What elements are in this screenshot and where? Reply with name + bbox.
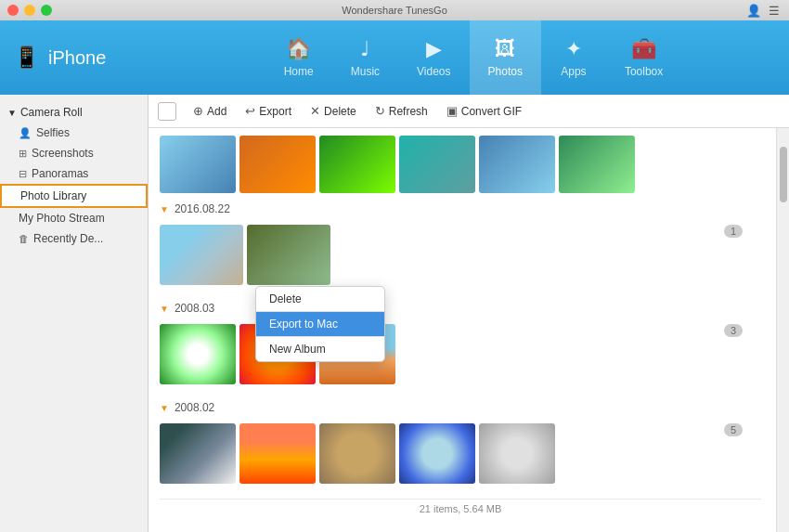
sidebar-item-screenshots[interactable]: ⊞ Screenshots bbox=[0, 143, 148, 163]
tab-apps-label: Apps bbox=[561, 65, 586, 78]
photo-thumb[interactable] bbox=[160, 136, 236, 193]
device-section: 📱 iPhone bbox=[0, 20, 158, 95]
delete-label: Delete bbox=[324, 105, 356, 118]
user-icon[interactable]: 👤 bbox=[746, 4, 761, 18]
refresh-icon: ↻ bbox=[375, 104, 385, 118]
close-button[interactable] bbox=[7, 5, 19, 16]
photos-icon: 🖼 bbox=[495, 37, 515, 61]
date-header: ▼ 2008.02 bbox=[160, 399, 761, 416]
menu-icon[interactable]: ☰ bbox=[769, 4, 780, 18]
tab-photos[interactable]: 🖼 Photos bbox=[470, 20, 541, 95]
convert-gif-label: Convert GIF bbox=[461, 105, 522, 118]
sidebar-selfies-label: Selfies bbox=[36, 126, 70, 139]
traffic-lights bbox=[7, 5, 52, 16]
context-delete-label: Delete bbox=[269, 292, 302, 305]
photo-thumb[interactable] bbox=[247, 225, 330, 285]
context-menu: Delete Export to Mac New Album bbox=[255, 286, 385, 362]
tab-photos-label: Photos bbox=[488, 65, 523, 78]
convert-gif-button[interactable]: ▣ Convert GIF bbox=[439, 100, 529, 122]
photo-thumb[interactable] bbox=[479, 136, 555, 193]
selfies-icon: 👤 bbox=[19, 127, 32, 139]
tab-music-label: Music bbox=[351, 65, 380, 78]
date-label: 2008.03 bbox=[175, 302, 214, 315]
export-button[interactable]: ↩ Export bbox=[238, 100, 299, 122]
add-label: Add bbox=[207, 105, 226, 118]
sidebar-item-selfies[interactable]: 👤 Selfies bbox=[0, 123, 148, 143]
sidebar-camera-roll-header[interactable]: ▼ Camera Roll bbox=[0, 102, 148, 123]
toolbar: ⊕ Add ↩ Export ✕ Delete ↻ Refresh ▣ Conv… bbox=[149, 95, 789, 128]
tab-videos[interactable]: ▶ Videos bbox=[398, 20, 469, 95]
status-text: 21 items, 5.64 MB bbox=[420, 503, 502, 514]
photo-thumb[interactable] bbox=[319, 423, 395, 484]
sidebar: ▼ Camera Roll 👤 Selfies ⊞ Screenshots ⊟ … bbox=[0, 95, 149, 532]
sidebar-item-recently-deleted[interactable]: 🗑 Recently De... bbox=[0, 228, 148, 249]
delete-icon: ✕ bbox=[310, 104, 320, 118]
context-export-label: Export to Mac bbox=[269, 318, 338, 331]
delete-button[interactable]: ✕ Delete bbox=[303, 100, 364, 122]
scrollbar-track[interactable] bbox=[776, 128, 789, 532]
videos-icon: ▶ bbox=[426, 37, 442, 61]
photo-content: ▼ 2016.08.22 1 ▼ 2008.03 3 bbox=[149, 128, 776, 532]
tab-home-label: Home bbox=[284, 65, 314, 78]
photo-thumb[interactable] bbox=[319, 136, 395, 193]
sidebar-item-panoramas[interactable]: ⊟ Panoramas bbox=[0, 163, 148, 184]
trash-icon: 🗑 bbox=[19, 233, 29, 244]
add-icon: ⊕ bbox=[193, 104, 203, 118]
sidebar-panoramas-label: Panoramas bbox=[32, 167, 88, 180]
context-menu-delete[interactable]: Delete bbox=[256, 287, 384, 311]
screenshots-icon: ⊞ bbox=[19, 148, 27, 160]
sidebar-my-photo-stream-label: My Photo Stream bbox=[19, 212, 105, 225]
device-name: iPhone bbox=[48, 47, 106, 69]
photo-thumb[interactable] bbox=[399, 136, 475, 193]
home-icon: 🏠 bbox=[286, 37, 311, 61]
music-icon: ♩ bbox=[360, 37, 369, 61]
context-menu-new-album[interactable]: New Album bbox=[256, 337, 384, 361]
scrollbar-thumb[interactable] bbox=[780, 147, 787, 202]
titlebar-icons: 👤 ☰ bbox=[746, 4, 780, 18]
context-new-album-label: New Album bbox=[269, 343, 326, 356]
chevron-down-icon: ▼ bbox=[160, 204, 169, 214]
photo-thumb[interactable] bbox=[479, 423, 555, 484]
status-bar: 21 items, 5.64 MB bbox=[160, 499, 761, 518]
photo-thumb[interactable] bbox=[160, 423, 236, 484]
panoramas-icon: ⊟ bbox=[19, 168, 27, 180]
tab-home[interactable]: 🏠 Home bbox=[265, 20, 332, 95]
app-title: Wondershare TunesGo bbox=[342, 5, 447, 16]
iphone-icon: 📱 bbox=[14, 45, 39, 70]
date-count: 5 bbox=[724, 423, 743, 436]
tab-toolbox[interactable]: 🧰 Toolbox bbox=[606, 20, 681, 95]
date-group-2008-03: ▼ 2008.03 3 bbox=[160, 300, 761, 384]
photo-grid bbox=[160, 225, 761, 285]
photo-thumb[interactable] bbox=[160, 225, 243, 285]
photo-grid bbox=[160, 324, 761, 384]
add-button[interactable]: ⊕ Add bbox=[186, 100, 234, 122]
nav-tabs: 🏠 Home ♩ Music ▶ Videos 🖼 Photos ✦ Apps … bbox=[158, 20, 789, 95]
photo-thumb[interactable] bbox=[160, 324, 236, 384]
photo-thumb[interactable] bbox=[239, 136, 316, 193]
sidebar-screenshots-label: Screenshots bbox=[32, 147, 94, 160]
apps-icon: ✦ bbox=[565, 37, 582, 61]
minimize-button[interactable] bbox=[24, 5, 35, 16]
refresh-label: Refresh bbox=[389, 105, 428, 118]
photo-thumb[interactable] bbox=[399, 423, 475, 484]
tab-apps[interactable]: ✦ Apps bbox=[541, 20, 606, 95]
gif-icon: ▣ bbox=[446, 104, 458, 118]
date-label: 2008.02 bbox=[175, 401, 214, 414]
tab-toolbox-label: Toolbox bbox=[625, 65, 663, 78]
sidebar-photo-library-label: Photo Library bbox=[20, 189, 86, 202]
date-count: 1 bbox=[724, 225, 743, 238]
select-all-checkbox[interactable] bbox=[158, 102, 176, 121]
context-menu-export-to-mac[interactable]: Export to Mac bbox=[256, 312, 384, 336]
photo-thumb[interactable] bbox=[559, 136, 635, 193]
sidebar-recently-deleted-label: Recently De... bbox=[33, 232, 103, 245]
maximize-button[interactable] bbox=[41, 5, 52, 16]
refresh-button[interactable]: ↻ Refresh bbox=[368, 100, 435, 122]
titlebar: Wondershare TunesGo 👤 ☰ bbox=[0, 0, 789, 20]
date-label: 2016.08.22 bbox=[175, 202, 230, 215]
main-area: ▼ Camera Roll 👤 Selfies ⊞ Screenshots ⊟ … bbox=[0, 95, 789, 532]
tab-music[interactable]: ♩ Music bbox=[332, 20, 398, 95]
photo-thumb[interactable] bbox=[239, 423, 316, 484]
sidebar-item-my-photo-stream[interactable]: My Photo Stream bbox=[0, 208, 148, 228]
date-count: 3 bbox=[724, 324, 743, 337]
sidebar-item-photo-library[interactable]: Photo Library bbox=[0, 184, 148, 208]
